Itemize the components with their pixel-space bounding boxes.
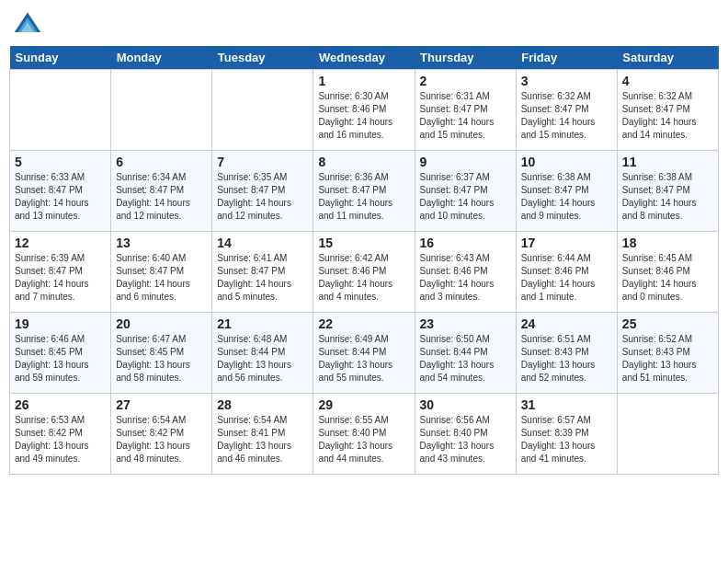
day-info: Sunrise: 6:30 AM Sunset: 8:46 PM Dayligh… [318,90,409,142]
day-number: 3 [521,74,612,88]
day-number: 27 [116,397,207,412]
calendar-cell: 30Sunrise: 6:56 AM Sunset: 8:40 PM Dayli… [415,394,516,475]
calendar-cell: 12Sunrise: 6:39 AM Sunset: 8:47 PM Dayli… [10,232,111,313]
calendar-cell: 5Sunrise: 6:33 AM Sunset: 8:47 PM Daylig… [10,151,111,232]
day-info: Sunrise: 6:51 AM Sunset: 8:43 PM Dayligh… [521,333,612,385]
calendar-cell [212,70,313,151]
calendar-table: SundayMondayTuesdayWednesdayThursdayFrid… [9,46,719,475]
day-info: Sunrise: 6:38 AM Sunset: 8:47 PM Dayligh… [622,171,713,223]
day-number: 26 [15,397,106,412]
day-info: Sunrise: 6:31 AM Sunset: 8:47 PM Dayligh… [420,90,511,142]
day-number: 9 [420,155,511,169]
col-header-sunday: Sunday [10,46,111,70]
calendar-cell: 26Sunrise: 6:53 AM Sunset: 8:42 PM Dayli… [10,394,111,475]
calendar-week-row: 19Sunrise: 6:46 AM Sunset: 8:45 PM Dayli… [10,313,719,394]
day-info: Sunrise: 6:55 AM Sunset: 8:40 PM Dayligh… [318,414,409,465]
calendar-cell: 29Sunrise: 6:55 AM Sunset: 8:40 PM Dayli… [313,394,415,475]
calendar-cell: 23Sunrise: 6:50 AM Sunset: 8:44 PM Dayli… [415,313,516,394]
day-number: 15 [318,236,409,250]
day-info: Sunrise: 6:56 AM Sunset: 8:40 PM Dayligh… [420,414,511,465]
col-header-saturday: Saturday [617,46,718,70]
calendar-header-row: SundayMondayTuesdayWednesdayThursdayFrid… [10,46,719,70]
calendar-cell: 24Sunrise: 6:51 AM Sunset: 8:43 PM Dayli… [516,313,617,394]
day-number: 5 [15,155,106,169]
calendar-cell: 15Sunrise: 6:42 AM Sunset: 8:46 PM Dayli… [313,232,415,313]
day-number: 29 [318,397,409,412]
calendar-cell: 9Sunrise: 6:37 AM Sunset: 8:47 PM Daylig… [415,151,516,232]
day-info: Sunrise: 6:47 AM Sunset: 8:45 PM Dayligh… [116,333,207,385]
calendar-cell: 7Sunrise: 6:35 AM Sunset: 8:47 PM Daylig… [212,151,313,232]
day-number: 6 [116,155,207,169]
day-number: 12 [15,236,106,250]
calendar-cell: 20Sunrise: 6:47 AM Sunset: 8:45 PM Dayli… [111,313,212,394]
day-number: 13 [116,236,207,250]
day-number: 10 [521,155,612,169]
calendar-cell: 14Sunrise: 6:41 AM Sunset: 8:47 PM Dayli… [212,232,313,313]
day-info: Sunrise: 6:54 AM Sunset: 8:42 PM Dayligh… [116,414,207,465]
day-number: 16 [420,236,511,250]
calendar-cell: 19Sunrise: 6:46 AM Sunset: 8:45 PM Dayli… [10,313,111,394]
day-info: Sunrise: 6:45 AM Sunset: 8:46 PM Dayligh… [622,252,713,304]
calendar-week-row: 12Sunrise: 6:39 AM Sunset: 8:47 PM Dayli… [10,232,719,313]
day-number: 28 [217,397,308,412]
day-info: Sunrise: 6:33 AM Sunset: 8:47 PM Dayligh… [15,171,106,223]
calendar-cell: 17Sunrise: 6:44 AM Sunset: 8:46 PM Dayli… [516,232,617,313]
day-number: 25 [622,316,713,331]
calendar-cell: 22Sunrise: 6:49 AM Sunset: 8:44 PM Dayli… [313,313,415,394]
day-number: 20 [116,316,207,331]
calendar-cell [10,70,111,151]
calendar-cell: 8Sunrise: 6:36 AM Sunset: 8:47 PM Daylig… [313,151,415,232]
calendar-cell: 25Sunrise: 6:52 AM Sunset: 8:43 PM Dayli… [617,313,718,394]
calendar-cell: 21Sunrise: 6:48 AM Sunset: 8:44 PM Dayli… [212,313,313,394]
day-number: 22 [318,316,409,331]
day-info: Sunrise: 6:41 AM Sunset: 8:47 PM Dayligh… [217,252,308,304]
calendar-cell [111,70,212,151]
page-header [9,9,719,39]
calendar-cell: 31Sunrise: 6:57 AM Sunset: 8:39 PM Dayli… [516,394,617,475]
calendar-cell: 1Sunrise: 6:30 AM Sunset: 8:46 PM Daylig… [313,70,415,151]
day-number: 8 [318,155,409,169]
day-info: Sunrise: 6:49 AM Sunset: 8:44 PM Dayligh… [318,333,409,385]
calendar-cell: 10Sunrise: 6:38 AM Sunset: 8:47 PM Dayli… [516,151,617,232]
calendar-cell: 11Sunrise: 6:38 AM Sunset: 8:47 PM Dayli… [617,151,718,232]
day-info: Sunrise: 6:32 AM Sunset: 8:47 PM Dayligh… [521,90,612,142]
col-header-friday: Friday [516,46,617,70]
day-number: 24 [521,316,612,331]
calendar-week-row: 26Sunrise: 6:53 AM Sunset: 8:42 PM Dayli… [10,394,719,475]
day-info: Sunrise: 6:34 AM Sunset: 8:47 PM Dayligh… [116,171,207,223]
day-info: Sunrise: 6:46 AM Sunset: 8:45 PM Dayligh… [15,333,106,385]
day-number: 7 [217,155,308,169]
day-number: 30 [420,397,511,412]
day-info: Sunrise: 6:39 AM Sunset: 8:47 PM Dayligh… [15,252,106,304]
calendar-cell: 28Sunrise: 6:54 AM Sunset: 8:41 PM Dayli… [212,394,313,475]
day-info: Sunrise: 6:38 AM Sunset: 8:47 PM Dayligh… [521,171,612,223]
logo [13,9,46,39]
day-number: 18 [622,236,713,250]
calendar-cell: 16Sunrise: 6:43 AM Sunset: 8:46 PM Dayli… [415,232,516,313]
col-header-monday: Monday [111,46,212,70]
logo-icon [13,9,42,39]
day-info: Sunrise: 6:42 AM Sunset: 8:46 PM Dayligh… [318,252,409,304]
day-number: 31 [521,397,612,412]
calendar-cell: 13Sunrise: 6:40 AM Sunset: 8:47 PM Dayli… [111,232,212,313]
day-info: Sunrise: 6:52 AM Sunset: 8:43 PM Dayligh… [622,333,713,385]
day-info: Sunrise: 6:54 AM Sunset: 8:41 PM Dayligh… [217,414,308,465]
calendar-cell: 2Sunrise: 6:31 AM Sunset: 8:47 PM Daylig… [415,70,516,151]
day-info: Sunrise: 6:53 AM Sunset: 8:42 PM Dayligh… [15,414,106,465]
day-number: 14 [217,236,308,250]
calendar-cell: 6Sunrise: 6:34 AM Sunset: 8:47 PM Daylig… [111,151,212,232]
calendar-cell: 3Sunrise: 6:32 AM Sunset: 8:47 PM Daylig… [516,70,617,151]
day-number: 17 [521,236,612,250]
calendar-week-row: 1Sunrise: 6:30 AM Sunset: 8:46 PM Daylig… [10,70,719,151]
day-info: Sunrise: 6:48 AM Sunset: 8:44 PM Dayligh… [217,333,308,385]
calendar-cell [617,394,718,475]
col-header-tuesday: Tuesday [212,46,313,70]
day-number: 1 [318,74,409,88]
day-number: 4 [622,74,713,88]
col-header-thursday: Thursday [415,46,516,70]
day-info: Sunrise: 6:40 AM Sunset: 8:47 PM Dayligh… [116,252,207,304]
calendar-cell: 4Sunrise: 6:32 AM Sunset: 8:47 PM Daylig… [617,70,718,151]
day-number: 19 [15,316,106,331]
calendar-week-row: 5Sunrise: 6:33 AM Sunset: 8:47 PM Daylig… [10,151,719,232]
day-number: 2 [420,74,511,88]
